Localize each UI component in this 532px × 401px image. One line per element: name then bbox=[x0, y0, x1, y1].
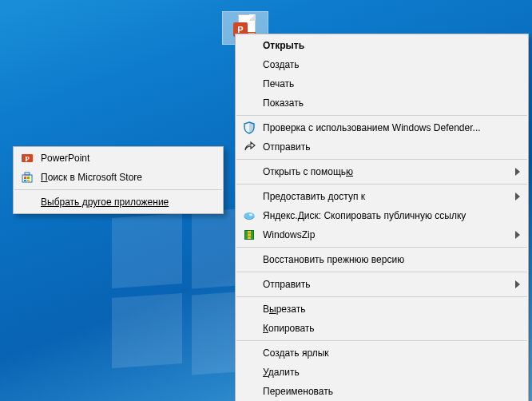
separator bbox=[236, 296, 527, 297]
menu-print-label: Печать bbox=[263, 78, 294, 89]
menu-restore-previous[interactable]: Восстановить прежнюю версию bbox=[236, 250, 528, 269]
separator bbox=[236, 115, 527, 116]
open-with-choose-other-label: Выбрать другое приложение bbox=[41, 197, 169, 208]
menu-send-1[interactable]: Отправить bbox=[236, 137, 528, 157]
menu-defender-scan[interactable]: Проверка с использованием Windows Defend… bbox=[236, 118, 528, 137]
menu-defender-label: Проверка с использованием Windows Defend… bbox=[263, 122, 481, 133]
share-icon bbox=[242, 140, 256, 154]
menu-rename[interactable]: Переименовать bbox=[236, 382, 528, 401]
menu-send1-label: Отправить bbox=[263, 141, 311, 153]
open-with-submenu: P PowerPoint Поиск в Microsoft Store Выб… bbox=[13, 146, 224, 214]
menu-shortcut-label: Создать ярлык bbox=[263, 347, 329, 359]
svg-rect-7 bbox=[248, 234, 251, 236]
menu-new[interactable]: Создать bbox=[236, 55, 528, 74]
menu-rename-label: Переименовать bbox=[263, 386, 333, 397]
context-menu: Открыть Создать Печать Показать Проверка… bbox=[235, 34, 529, 401]
menu-cut-label: Вырезать bbox=[263, 304, 305, 315]
separator bbox=[236, 247, 527, 248]
menu-restore-label: Восстановить прежнюю версию bbox=[263, 254, 404, 265]
svg-rect-8 bbox=[248, 237, 251, 239]
svg-rect-16 bbox=[27, 180, 30, 181]
submenu-arrow-icon bbox=[515, 168, 520, 176]
powerpoint-icon: P bbox=[20, 151, 34, 165]
submenu-arrow-icon bbox=[515, 231, 520, 239]
menu-cut[interactable]: Вырезать bbox=[236, 300, 528, 319]
svg-text:P: P bbox=[25, 155, 30, 163]
separator bbox=[14, 189, 222, 190]
menu-open-with[interactable]: Открыть с помощью bbox=[236, 162, 528, 181]
menu-copy[interactable]: Копировать bbox=[236, 319, 528, 338]
menu-send-to[interactable]: Отправить bbox=[236, 275, 528, 294]
open-with-ms-store[interactable]: Поиск в Microsoft Store bbox=[14, 168, 223, 187]
separator bbox=[236, 340, 527, 341]
menu-delete-label: Удалить bbox=[263, 367, 300, 378]
menu-grant-access[interactable]: Предоставить доступ к bbox=[236, 187, 528, 206]
yandex-disk-icon bbox=[242, 208, 256, 223]
menu-winzip-label: WindowsZip bbox=[263, 229, 315, 240]
open-with-choose-other[interactable]: Выбрать другое приложение bbox=[14, 193, 223, 212]
svg-rect-14 bbox=[27, 177, 30, 179]
menu-create-shortcut[interactable]: Создать ярлык bbox=[236, 343, 528, 363]
svg-rect-15 bbox=[24, 180, 26, 181]
menu-open-with-label: Открыть с помощью bbox=[263, 166, 353, 177]
separator bbox=[236, 272, 527, 272]
menu-send2-label: Отправить bbox=[263, 279, 311, 290]
menu-grant-access-label: Предоставить доступ к bbox=[263, 191, 365, 202]
submenu-arrow-icon bbox=[515, 193, 520, 200]
menu-new-label: Создать bbox=[263, 59, 300, 70]
menu-copy-label: Копировать bbox=[263, 323, 315, 334]
open-with-store-label: Поиск в Microsoft Store bbox=[41, 172, 142, 183]
svg-rect-13 bbox=[24, 177, 26, 179]
menu-open-label: Открыть bbox=[263, 40, 304, 51]
microsoft-store-icon bbox=[20, 170, 34, 185]
shield-icon bbox=[242, 121, 256, 135]
menu-yandex-disk[interactable]: Яндекс.Диск: Скопировать публичную ссылк… bbox=[236, 206, 528, 225]
menu-windowszip[interactable]: WindowsZip bbox=[236, 225, 528, 244]
svg-point-2 bbox=[249, 214, 252, 216]
submenu-arrow-icon bbox=[515, 280, 520, 288]
windowszip-icon bbox=[242, 228, 256, 242]
open-with-powerpoint-label: PowerPoint bbox=[41, 153, 89, 164]
menu-open[interactable]: Открыть bbox=[236, 36, 528, 55]
svg-rect-12 bbox=[25, 173, 30, 175]
separator bbox=[236, 184, 527, 185]
menu-yadisk-label: Яндекс.Диск: Скопировать публичную ссылк… bbox=[263, 210, 466, 221]
separator bbox=[236, 159, 527, 160]
menu-print[interactable]: Печать bbox=[236, 74, 528, 93]
svg-rect-6 bbox=[248, 231, 251, 232]
open-with-powerpoint[interactable]: P PowerPoint bbox=[14, 149, 223, 168]
menu-show-label: Показать bbox=[263, 97, 304, 109]
svg-point-1 bbox=[244, 212, 255, 219]
menu-delete[interactable]: Удалить bbox=[236, 363, 528, 382]
menu-show[interactable]: Показать bbox=[236, 93, 528, 113]
